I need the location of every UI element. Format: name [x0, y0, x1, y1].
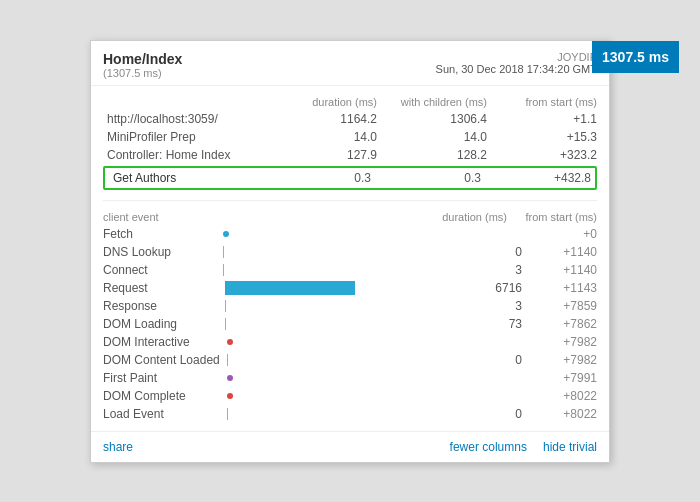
- client-row-from-start: +1140: [522, 245, 597, 259]
- timing-rows: http://localhost:3059/ 1164.2 1306.4 +1.…: [103, 110, 597, 190]
- date-label: Sun, 30 Dec 2018 17:34:20 GMT: [436, 63, 597, 75]
- row-name: http://localhost:3059/: [103, 112, 267, 126]
- duration-badge: 1307.5 ms: [592, 41, 679, 73]
- client-row-name: DOM Loading: [103, 317, 223, 331]
- client-col-from-start: from start (ms): [507, 211, 597, 223]
- client-row-from-start: +8022: [522, 389, 597, 403]
- table-row: MiniProfiler Prep 14.0 14.0 +15.3: [103, 128, 597, 146]
- client-col-event: client event: [103, 211, 417, 223]
- client-row-duration: 3: [467, 299, 522, 313]
- card-header: Home/Index (1307.5 ms) JOYDIP Sun, 30 De…: [91, 41, 609, 86]
- client-row: Fetch +0: [103, 225, 597, 243]
- bar-area: [223, 227, 467, 241]
- client-row: DNS Lookup 0 +1140: [103, 243, 597, 261]
- row-from-start: +323.2: [487, 148, 597, 162]
- hide-trivial-link[interactable]: hide trivial: [543, 440, 597, 454]
- bar-line: [227, 354, 228, 366]
- row-duration: 127.9: [267, 148, 377, 162]
- badge-value: 1307.5: [602, 49, 645, 65]
- page-subtitle: (1307.5 ms): [103, 67, 182, 79]
- bar-dot: [227, 375, 233, 381]
- table-row[interactable]: Get Authors 0.3 0.3 +432.8: [103, 166, 597, 190]
- bar-area: [223, 299, 467, 313]
- client-row-duration: 73: [467, 317, 522, 331]
- footer: share fewer columns hide trivial: [91, 431, 609, 462]
- client-row-duration: 6716: [467, 281, 522, 295]
- client-row-name: Fetch: [103, 227, 223, 241]
- bar-area: [223, 371, 467, 385]
- client-row: Connect 3 +1140: [103, 261, 597, 279]
- client-row-from-start: +1140: [522, 263, 597, 277]
- client-col-duration: duration (ms): [417, 211, 507, 223]
- client-row-name: First Paint: [103, 371, 223, 385]
- client-row-name: DNS Lookup: [103, 245, 223, 259]
- client-row-name: Response: [103, 299, 223, 313]
- row-from-start: +15.3: [487, 130, 597, 144]
- col-from-start: from start (ms): [487, 96, 597, 108]
- row-name: Get Authors: [109, 171, 261, 185]
- client-row-from-start: +7982: [522, 353, 597, 367]
- bar-area: [223, 317, 467, 331]
- bar-area: [223, 335, 467, 349]
- client-section: client event duration (ms) from start (m…: [91, 205, 609, 427]
- client-row-from-start: +7991: [522, 371, 597, 385]
- col-duration: duration (ms): [267, 96, 377, 108]
- row-from-start: +1.1: [487, 112, 597, 126]
- client-row-duration: 0: [467, 245, 522, 259]
- client-row-name: Load Event: [103, 407, 223, 421]
- client-row: Request 6716 +1143: [103, 279, 597, 297]
- bar-dot: [223, 231, 229, 237]
- share-link[interactable]: share: [103, 440, 133, 454]
- table-row: http://localhost:3059/ 1164.2 1306.4 +1.…: [103, 110, 597, 128]
- bar-area: [223, 389, 467, 403]
- client-row: DOM Complete +8022: [103, 387, 597, 405]
- header-left: Home/Index (1307.5 ms): [103, 51, 182, 79]
- client-row-from-start: +0: [522, 227, 597, 241]
- client-row-name: DOM Interactive: [103, 335, 223, 349]
- client-row-from-start: +8022: [522, 407, 597, 421]
- client-row: DOM Loading 73 +7862: [103, 315, 597, 333]
- bar-line: [225, 300, 226, 312]
- bar-area: [223, 263, 467, 277]
- bar-dot: [227, 339, 233, 345]
- row-duration: 1164.2: [267, 112, 377, 126]
- col-with-children: with children (ms): [377, 96, 487, 108]
- client-row-from-start: +7859: [522, 299, 597, 313]
- row-with-children: 1306.4: [377, 112, 487, 126]
- client-col-headers: client event duration (ms) from start (m…: [103, 209, 597, 225]
- client-row: DOM Content Loaded 0 +7982: [103, 351, 597, 369]
- client-row: DOM Interactive +7982: [103, 333, 597, 351]
- header-right: JOYDIP Sun, 30 Dec 2018 17:34:20 GMT: [436, 51, 597, 75]
- client-row: Response 3 +7859: [103, 297, 597, 315]
- row-with-children: 0.3: [371, 171, 481, 185]
- client-row-from-start: +7982: [522, 335, 597, 349]
- column-headers: duration (ms) with children (ms) from st…: [103, 92, 597, 110]
- client-row-name: Connect: [103, 263, 223, 277]
- fewer-columns-link[interactable]: fewer columns: [450, 440, 527, 454]
- bar-area: [223, 281, 467, 295]
- client-row-name: Request: [103, 281, 223, 295]
- page-title: Home/Index: [103, 51, 182, 67]
- bar-area: [223, 353, 467, 367]
- client-row-from-start: +1143: [522, 281, 597, 295]
- user-label: JOYDIP: [436, 51, 597, 63]
- bar-dot: [227, 393, 233, 399]
- timings-table: duration (ms) with children (ms) from st…: [91, 86, 609, 196]
- bar-area: [223, 245, 467, 259]
- client-row: Load Event 0 +8022: [103, 405, 597, 423]
- client-row: First Paint +7991: [103, 369, 597, 387]
- bar-line: [223, 264, 224, 276]
- bar-line: [223, 246, 224, 258]
- bar-area: [223, 407, 467, 421]
- row-name: Controller: Home Index: [103, 148, 267, 162]
- client-row-name: DOM Content Loaded: [103, 353, 223, 367]
- row-duration: 14.0: [267, 130, 377, 144]
- row-with-children: 14.0: [377, 130, 487, 144]
- client-rows: Fetch +0 DNS Lookup 0 +1140 Connect 3 +1…: [103, 225, 597, 423]
- row-duration: 0.3: [261, 171, 371, 185]
- footer-right: fewer columns hide trivial: [450, 440, 597, 454]
- table-row: Controller: Home Index 127.9 128.2 +323.…: [103, 146, 597, 164]
- profiler-card: Home/Index (1307.5 ms) JOYDIP Sun, 30 De…: [90, 40, 610, 463]
- bar-line: [227, 408, 228, 420]
- bar-block: [225, 281, 355, 295]
